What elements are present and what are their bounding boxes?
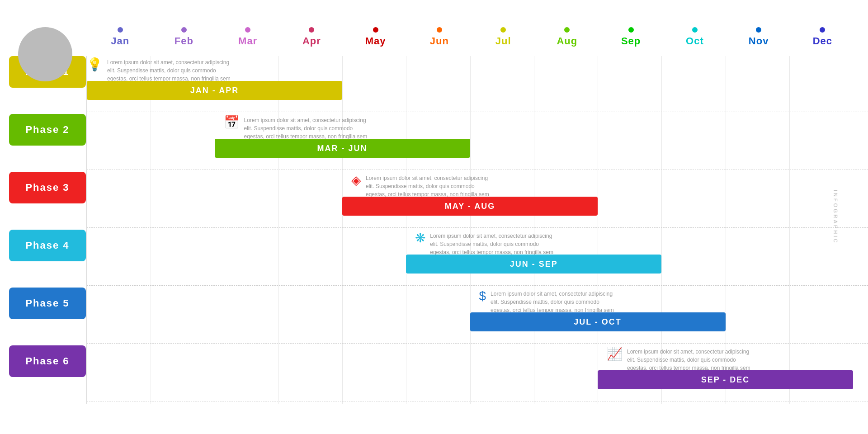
h-line-5 xyxy=(87,343,868,344)
h-line-6 xyxy=(87,401,868,401)
year-badge xyxy=(18,27,72,81)
v-line-apr xyxy=(278,56,279,404)
month-col-feb: Feb xyxy=(152,27,216,47)
phase-icon-3: ◈ xyxy=(351,174,361,187)
month-col-sep: Sep xyxy=(599,27,663,47)
month-label-dec: Dec xyxy=(813,35,832,47)
month-dot-nov xyxy=(756,27,761,33)
phase-icon-6: 📈 xyxy=(607,348,623,360)
month-label-jun: Jun xyxy=(430,35,449,47)
v-line-jun xyxy=(406,56,406,404)
months-header: JanFebMarAprMayJunJulAugSepOctNovDec xyxy=(88,27,868,47)
phase-label-3: Phase 3 xyxy=(9,172,86,203)
v-line-aug xyxy=(534,56,534,404)
phase-label-6: Phase 6 xyxy=(9,345,86,377)
month-col-jan: Jan xyxy=(88,27,152,47)
main-area: Phase 1Phase 2Phase 3Phase 4Phase 5Phase… xyxy=(0,56,868,404)
month-col-jul: Jul xyxy=(472,27,535,47)
month-col-nov: Nov xyxy=(727,27,791,47)
v-line-feb xyxy=(151,56,151,404)
month-label-may: May xyxy=(365,35,386,47)
h-line-2 xyxy=(87,170,868,170)
month-label-jan: Jan xyxy=(111,35,129,47)
v-line-may xyxy=(342,56,343,404)
month-dot-mar xyxy=(245,27,250,33)
phase-icon-2: 📅 xyxy=(224,116,240,129)
month-dot-jul xyxy=(500,27,506,33)
month-dot-dec xyxy=(820,27,825,33)
month-label-jul: Jul xyxy=(495,35,511,47)
month-col-apr: Apr xyxy=(280,27,344,47)
month-dot-feb xyxy=(181,27,187,33)
phase-label-2: Phase 2 xyxy=(9,114,86,146)
month-label-oct: Oct xyxy=(686,35,704,47)
month-label-apr: Apr xyxy=(302,35,321,47)
month-dot-may xyxy=(373,27,378,33)
phase-icon-5: $ xyxy=(479,290,486,302)
phase-label-5: Phase 5 xyxy=(9,288,86,319)
month-dot-jan xyxy=(118,27,123,33)
v-line-mar xyxy=(215,56,215,404)
phase-bar-2: MAR - JUN xyxy=(215,139,470,158)
page-title xyxy=(0,0,868,23)
month-dot-aug xyxy=(564,27,570,33)
v-line-jul xyxy=(470,56,471,404)
month-label-sep: Sep xyxy=(621,35,641,47)
h-line-3 xyxy=(87,227,868,228)
v-line-dec xyxy=(789,56,790,404)
month-label-nov: Nov xyxy=(749,35,769,47)
month-dot-sep xyxy=(628,27,634,33)
month-label-mar: Mar xyxy=(238,35,257,47)
phase-bar-3: MAY - AUG xyxy=(342,197,598,216)
phase-bar-5: JUL - OCT xyxy=(470,312,726,331)
phase-icon-1: 💡 xyxy=(87,58,103,71)
month-col-mar: Mar xyxy=(216,27,280,47)
h-line-4 xyxy=(87,285,868,286)
month-dot-jun xyxy=(437,27,442,33)
h-line-1 xyxy=(87,112,868,112)
timeline-area: 💡Lorem ipsum dolor sit amet, consectetur… xyxy=(86,56,868,404)
month-col-aug: Aug xyxy=(535,27,599,47)
month-col-may: May xyxy=(344,27,407,47)
v-line-jan xyxy=(87,56,87,404)
phase-icon-4: ❋ xyxy=(415,232,425,245)
month-col-dec: Dec xyxy=(791,27,854,47)
v-line-sep xyxy=(598,56,598,404)
month-label-aug: Aug xyxy=(557,35,577,47)
sidebar: Phase 1Phase 2Phase 3Phase 4Phase 5Phase… xyxy=(0,56,86,404)
month-col-jun: Jun xyxy=(407,27,471,47)
month-col-oct: Oct xyxy=(663,27,726,47)
month-dot-apr xyxy=(309,27,314,33)
phase-bar-6: SEP - DEC xyxy=(598,370,853,389)
month-label-feb: Feb xyxy=(175,35,193,47)
phase-bar-4: JUN - SEP xyxy=(406,255,661,274)
side-label: INFOGRAPHIC xyxy=(833,190,838,244)
phase-bar-1: JAN - APR xyxy=(87,81,342,100)
month-dot-oct xyxy=(692,27,698,33)
phase-label-4: Phase 4 xyxy=(9,230,86,261)
